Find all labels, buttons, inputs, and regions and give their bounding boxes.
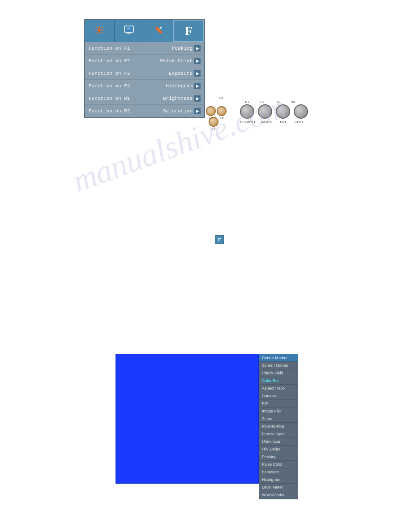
bottom-menu-item-17[interactable]: Level Meter [259,484,298,491]
menu-value-f1: Peaking [172,46,193,51]
menu-label-f4: Function on F4 [89,83,130,89]
menu-row-f4[interactable]: Function on F4 Histogram ▶ [85,80,204,92]
menu-arrow-r1[interactable]: ▶ [194,95,201,102]
bottom-menu-item-2[interactable]: Check Field [259,369,298,377]
tab-monitor[interactable] [115,20,144,42]
bottom-menu-item-8[interactable]: Zoom [259,415,298,423]
r1-label: R1 [240,100,254,103]
menu-arrow-r2[interactable]: ▶ [194,108,201,114]
menu-value-area-f4: Histogram ▶ [166,83,201,89]
knob-label-r1-top: R1 [219,96,223,99]
knob-f2 [206,106,216,116]
menu-value-area-r1: Brightness ▶ [163,95,201,102]
cont-label: CONT [292,120,306,124]
menu-value-f2: False Color [160,58,193,64]
gear-icon [94,25,104,37]
menu-row-f3[interactable]: Function on F3 Exposure ▶ [85,67,204,80]
bottom-menu-item-11[interactable]: Underscan [259,438,298,446]
monitor-icon [124,25,134,37]
bottom-section: Center MarkerScreen MarkerCheck FieldCol… [116,354,298,499]
menu-value-area-f1: Peaking ▶ [172,45,201,51]
menu-value-area-r2: Saturation ▶ [163,108,201,114]
bottom-menu-item-5[interactable]: Camera [259,392,298,400]
menu-rows: Function on F1 Peaking ▶ Function on F2 … [85,42,204,117]
bottom-menu-item-10[interactable]: Freeze Input [259,430,298,438]
wrench-icon [154,25,163,37]
bottom-menu-item-12[interactable]: H/V Delay [259,446,298,453]
knob-f3 [209,117,218,127]
tint-label: TINT [276,120,290,124]
menu-label-f1: Function on F1 [89,46,130,51]
menu-row-f1[interactable]: Function on F1 Peaking ▶ [85,42,204,55]
knob-diagram: R1 F2 F4 F3 R1 R2 R3 R4 [206,96,308,128]
bottom-menu-item-6[interactable]: PIP [259,400,298,408]
bottom-menu-item-14[interactable]: False Color [259,461,298,468]
bri-label: BRI/M/SEL [240,120,256,124]
svg-line-5 [160,27,162,29]
menu-value-f4: Histogram [166,83,193,89]
menu-value-area-f3: Exposure ▶ [169,70,201,77]
bottom-menu-item-1[interactable]: Screen Marker [259,362,298,369]
menu-row-f2[interactable]: Function on F2 False Color ▶ [85,55,204,67]
bottom-menu-item-7[interactable]: Image Flip [259,408,298,415]
menu-label-f3: Function on F3 [89,71,130,76]
small-f-letter: F [218,237,221,242]
blue-screen-area [116,354,259,484]
menu-arrow-f3[interactable]: ▶ [194,70,201,77]
menu-value-f3: Exposure [169,71,193,76]
small-f-icon: F [215,235,224,244]
r4-label: R4 [286,100,300,103]
svg-point-0 [98,28,101,31]
function-menu-panel: F Function on F1 Peaking ▶ Function on F… [84,19,205,118]
tab-gear[interactable] [85,20,115,42]
bottom-menu-item-16[interactable]: Histogram [259,476,298,484]
knob-r2 [258,104,272,119]
knob-r3 [276,104,290,119]
menu-arrow-f2[interactable]: ▶ [194,58,201,64]
bottom-menu-item-4[interactable]: Aspect Ratio [259,385,298,392]
menu-row-r2[interactable]: Function on R2 Saturation ▶ [85,105,204,117]
menu-arrow-f1[interactable]: ▶ [194,45,201,51]
bottom-menu-item-3[interactable]: Color Bar [259,377,298,385]
knob-r4 [294,104,308,119]
menu-label-f2: Function on F2 [89,58,130,64]
tab-wrench[interactable] [144,20,174,42]
bottom-menu-item-0[interactable]: Center Marker [259,354,298,362]
menu-label-r1: Function on R1 [89,96,130,101]
bottom-menu-item-18[interactable]: Wave/Vector [259,491,298,499]
menu-label-r2: Function on R2 [89,108,130,114]
knob-label-f3: F3 [212,127,215,130]
menu-tabs: F [85,20,204,42]
f-icon: F [185,24,193,38]
menu-value-r1: Brightness [163,96,193,101]
bottom-menu-item-9[interactable]: Pixel-to-Pixel [259,423,298,430]
bottom-side-menu: Center MarkerScreen MarkerCheck FieldCol… [259,354,298,499]
menu-arrow-f4[interactable]: ▶ [194,83,201,89]
r2-label: R2 [255,100,270,103]
knob-f4 [217,106,227,116]
menu-row-r1[interactable]: Function on R1 Brightness ▶ [85,92,204,105]
bottom-menu-item-13[interactable]: Peaking [259,453,298,461]
knob-label-f4: F4 [220,116,223,120]
menu-value-r2: Saturation [163,108,193,114]
menu-value-area-f2: False Color ▶ [160,58,201,64]
knob-r1 [240,104,254,119]
tab-function[interactable]: F [173,20,204,42]
bottom-menu-item-15[interactable]: Exposure [259,468,298,476]
sat-label: SAT/ADJ [258,120,274,124]
r3-label: R3 [270,100,285,103]
